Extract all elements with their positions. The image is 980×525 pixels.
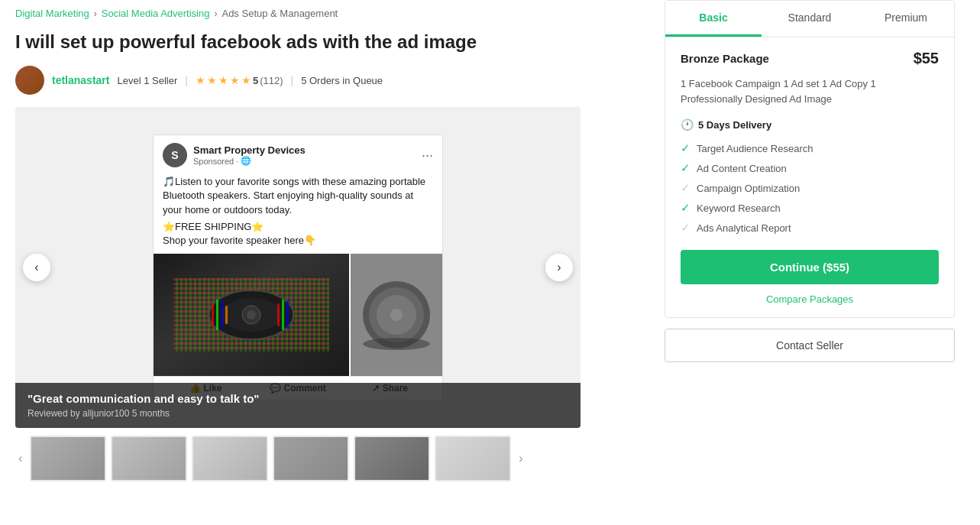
breadcrumb-sep-1: › [94, 8, 97, 19]
svg-point-15 [363, 338, 430, 350]
feature-label: Target Audience Research [697, 143, 813, 154]
divider-2: | [290, 74, 293, 86]
feature-campaign-optimization: ✓ Campaign Optimization [681, 181, 939, 195]
main-image-area: S Smart Property Devices Sponsored · 🌐 ·… [15, 107, 581, 428]
thumb-prev-button[interactable]: ‹ [15, 449, 25, 468]
fb-ad-mockup: S Smart Property Devices Sponsored · 🌐 ·… [15, 107, 581, 428]
fb-main-product: SMARTPROPERTY DEVICES LED Bluetooth Spea… [154, 254, 349, 376]
rating-number: 5 [253, 75, 258, 86]
package-name: Bronze Package [681, 52, 769, 65]
echo-image [351, 254, 442, 376]
divider-1: | [185, 74, 188, 86]
svg-rect-10 [286, 301, 289, 329]
fb-page-info: Smart Property Devices Sponsored · 🌐 [193, 144, 416, 166]
feature-target-audience: ✓ Target Audience Research [681, 141, 939, 155]
thumb-next-button[interactable]: › [516, 449, 526, 468]
tab-premium[interactable]: Premium [858, 1, 954, 37]
feature-label: Ads Analytical Report [697, 222, 791, 234]
thumbnail-2[interactable] [111, 436, 187, 481]
breadcrumb-current: Ads Setup & Management [222, 8, 338, 19]
check-excluded-icon: ✓ [681, 221, 691, 235]
check-excluded-icon: ✓ [681, 181, 691, 195]
delivery-text: 5 Days Delivery [698, 119, 771, 131]
breadcrumb-digital-marketing[interactable]: Digital Marketing [15, 8, 89, 19]
check-included-icon: ✓ [681, 201, 691, 215]
star-3: ★ [218, 74, 228, 86]
package-tabs: Basic Standard Premium [665, 1, 954, 37]
fb-header: S Smart Property Devices Sponsored · 🌐 ·… [154, 135, 442, 175]
seller-info: tetlanastart Level 1 Seller | ★ ★ ★ ★ ★ … [15, 66, 634, 95]
tab-standard[interactable]: Standard [762, 1, 858, 37]
package-content: Bronze Package $55 1 Facebook Campaign 1… [665, 37, 954, 317]
thumbnail-4[interactable] [273, 436, 349, 481]
svg-rect-7 [225, 306, 228, 324]
seller-level: Level 1 Seller [117, 75, 177, 86]
breadcrumb-sep-2: › [214, 8, 217, 19]
star-5: ★ [241, 74, 251, 86]
fb-cta2: Shop your favorite speaker here👇 [163, 234, 433, 248]
features-list: ✓ Target Audience Research ✓ Ad Content … [681, 141, 939, 235]
fb-cta1: ⭐FREE SHIPPING⭐ [163, 220, 433, 234]
check-included-icon: ✓ [681, 161, 691, 175]
next-image-button[interactable]: › [545, 254, 573, 281]
gig-title: I will set up powerful facebook ads with… [15, 30, 550, 53]
svg-rect-8 [277, 303, 280, 326]
seller-name[interactable]: tetlanastart [52, 74, 109, 86]
svg-rect-5 [216, 300, 218, 330]
fb-card: S Smart Property Devices Sponsored · 🌐 ·… [153, 134, 443, 400]
breadcrumb: Digital Marketing › Social Media Adverti… [15, 8, 634, 19]
fb-product-images: SMARTPROPERTY DEVICES LED Bluetooth Spea… [154, 254, 442, 376]
feature-label: Keyword Research [697, 203, 781, 214]
star-rating: ★ ★ ★ ★ ★ 5 (112) [196, 74, 283, 86]
fb-page-name: Smart Property Devices [193, 144, 416, 156]
svg-point-14 [390, 309, 403, 321]
package-header: Bronze Package $55 [681, 50, 939, 67]
breadcrumb-social-media[interactable]: Social Media Advertising [102, 8, 210, 19]
fb-body-text: 🎵Listen to your favorite songs with thes… [154, 175, 442, 254]
svg-rect-9 [282, 300, 284, 330]
review-overlay: "Great communication and easy to talk to… [15, 383, 581, 428]
feature-ads-report: ✓ Ads Analytical Report [681, 221, 939, 235]
fb-more-icon[interactable]: ··· [422, 147, 433, 164]
feature-label: Ad Content Creation [697, 163, 787, 174]
fb-sponsored: Sponsored · 🌐 [193, 156, 416, 166]
star-1: ★ [196, 74, 205, 86]
thumbnail-strip: ‹ › [15, 436, 634, 481]
thumbnail-1[interactable] [30, 436, 106, 481]
thumbnail-5[interactable] [354, 436, 430, 481]
orders-queue: 5 Orders in Queue [301, 75, 383, 86]
feature-label: Campaign Optimization [697, 183, 800, 194]
clock-icon: 🕐 [681, 118, 694, 131]
feature-keyword-research: ✓ Keyword Research [681, 201, 939, 215]
review-count[interactable]: (112) [260, 75, 283, 86]
svg-rect-4 [212, 303, 214, 326]
package-delivery: 🕐 5 Days Delivery [681, 118, 939, 131]
review-meta: Reviewed by alljunior100 5 months [27, 408, 568, 419]
package-price: $55 [914, 50, 939, 67]
thumbnail-6[interactable] [435, 436, 511, 481]
tab-basic[interactable]: Basic [665, 1, 762, 37]
package-description: 1 Facebook Campaign 1 Ad set 1 Ad Copy 1… [681, 76, 939, 106]
fb-page-logo: S [163, 143, 187, 167]
svg-point-3 [247, 310, 256, 319]
check-included-icon: ✓ [681, 141, 691, 155]
thumbnail-3[interactable] [192, 436, 268, 481]
package-card: Basic Standard Premium Bronze Package $5… [665, 0, 955, 318]
speaker-image [154, 254, 349, 376]
avatar[interactable] [15, 66, 44, 95]
svg-rect-6 [221, 301, 223, 329]
continue-button[interactable]: Continue ($55) [681, 250, 939, 284]
right-panel: Basic Standard Premium Bronze Package $5… [649, 0, 955, 525]
contact-seller-button[interactable]: Contact Seller [665, 329, 955, 362]
star-2: ★ [207, 74, 217, 86]
prev-image-button[interactable]: ‹ [23, 254, 50, 281]
star-4: ★ [230, 74, 240, 86]
feature-ad-content: ✓ Ad Content Creation [681, 161, 939, 175]
fb-small-product: SMARTPROP Amazon Echo Smart Speaker Lear… [351, 254, 442, 376]
review-text: "Great communication and easy to talk to… [27, 392, 568, 405]
globe-icon: 🌐 [241, 156, 251, 166]
compare-packages-link[interactable]: Compare Packages [681, 293, 939, 305]
